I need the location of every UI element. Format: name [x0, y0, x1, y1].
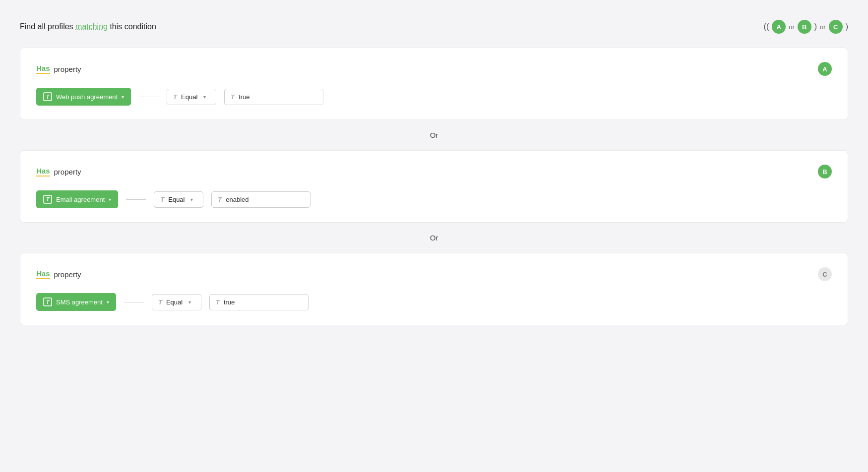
- or-separator-2: Or: [20, 223, 848, 253]
- value-text-a: true: [239, 93, 249, 101]
- has-label-b: Has: [36, 167, 50, 177]
- dash-line-c: [124, 302, 144, 302]
- property-btn-label-a: Web push agreement: [56, 93, 118, 101]
- dash-line-b: [126, 199, 146, 200]
- operator-label-b: Equal: [168, 196, 185, 203]
- condition-title-a: Has property: [36, 64, 81, 74]
- condition-row-a: T Web push agreement ▾ T Equal ▾ T true: [36, 88, 832, 106]
- property-btn-label-c: SMS agreement: [56, 298, 103, 306]
- operator-chevron-a: ▾: [203, 94, 206, 100]
- operator-select-c[interactable]: T Equal ▾: [152, 294, 201, 310]
- operator-chevron-c: ▾: [188, 299, 191, 305]
- value-text-c: true: [224, 298, 235, 306]
- top-bar: Find all profiles matching this conditio…: [20, 20, 848, 34]
- or-separator-1: Or: [20, 120, 848, 150]
- chevron-b: ▾: [109, 197, 111, 202]
- card-badge-b: B: [818, 165, 832, 178]
- property-btn-c[interactable]: T SMS agreement ▾: [36, 293, 116, 311]
- has-label-c: Has: [36, 269, 50, 279]
- property-btn-label-b: Email agreement: [56, 196, 105, 203]
- operator-t-icon-c: T: [158, 298, 162, 306]
- condition-header-a: Has property A: [36, 62, 832, 76]
- value-text-b: enabled: [226, 196, 248, 203]
- condition-header-b: Has property B: [36, 165, 832, 178]
- condition-header-c: Has property C: [36, 267, 832, 281]
- property-label-c: property: [54, 270, 81, 279]
- property-btn-a[interactable]: T Web push agreement ▾: [36, 88, 131, 106]
- value-t-icon-c: T: [216, 298, 220, 306]
- operator-t-icon-a: T: [173, 93, 177, 101]
- card-badge-a: A: [818, 62, 832, 76]
- value-t-icon-b: T: [218, 196, 222, 203]
- has-label-a: Has: [36, 64, 50, 74]
- logic-display: (( A or B ) or C ): [764, 20, 848, 34]
- condition-row-c: T SMS agreement ▾ T Equal ▾ T true: [36, 293, 832, 311]
- operator-chevron-b: ▾: [190, 197, 193, 202]
- property-label-b: property: [54, 168, 81, 176]
- t-icon-a: T: [43, 92, 52, 101]
- operator-select-b[interactable]: T Equal ▾: [154, 191, 203, 208]
- condition-title-c: Has property: [36, 269, 81, 279]
- chevron-a: ▾: [122, 94, 124, 100]
- t-icon-b: T: [43, 195, 52, 204]
- close-paren-2: ): [846, 22, 848, 31]
- condition-card-a: Has property A T Web push agreement ▾ T …: [20, 48, 848, 120]
- operator-label-c: Equal: [166, 298, 183, 306]
- condition-row-b: T Email agreement ▾ T Equal ▾ T enabled: [36, 190, 832, 208]
- value-t-icon-a: T: [231, 93, 235, 101]
- t-icon-c: T: [43, 297, 52, 306]
- property-btn-b[interactable]: T Email agreement ▾: [36, 190, 118, 208]
- logic-or-2: or: [820, 23, 826, 31]
- chevron-c: ▾: [107, 299, 109, 305]
- condition-title-b: Has property: [36, 167, 81, 177]
- operator-t-icon-b: T: [160, 196, 164, 203]
- logic-badge-a: A: [772, 20, 786, 34]
- card-badge-c: C: [818, 267, 832, 281]
- page-title: Find all profiles matching this conditio…: [20, 22, 156, 31]
- value-field-a[interactable]: T true: [224, 89, 323, 105]
- operator-select-a[interactable]: T Equal ▾: [167, 89, 216, 105]
- operator-label-a: Equal: [181, 93, 197, 101]
- condition-card-b: Has property B T Email agreement ▾ T Equ…: [20, 150, 848, 223]
- condition-card-c: Has property C T SMS agreement ▾ T Equal…: [20, 253, 848, 325]
- dash-line-a: [139, 97, 159, 97]
- logic-badge-b: B: [798, 20, 811, 34]
- close-paren-1: ): [814, 22, 817, 31]
- logic-badge-c: C: [829, 20, 843, 34]
- logic-or-1: or: [789, 23, 795, 31]
- property-label-a: property: [54, 65, 81, 73]
- open-paren: ((: [764, 22, 769, 31]
- value-field-b[interactable]: T enabled: [211, 191, 310, 208]
- value-field-c[interactable]: T true: [209, 294, 309, 310]
